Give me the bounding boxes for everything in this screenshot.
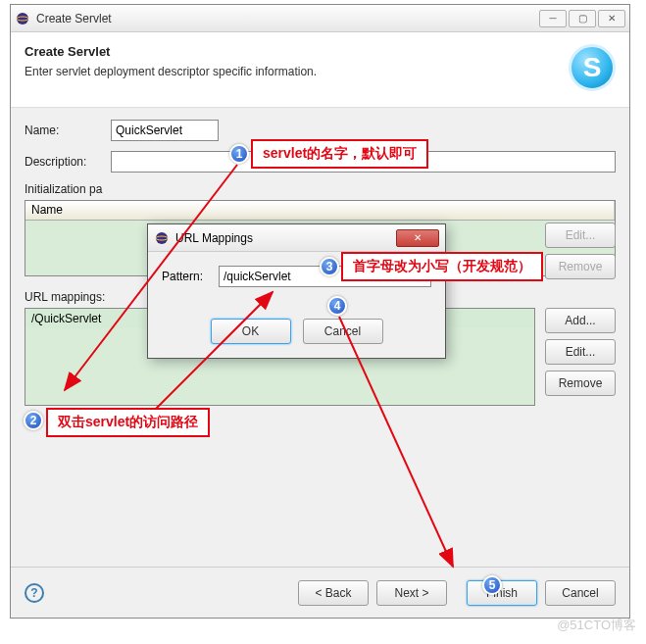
url-mappings-dialog: URL Mappings ✕ Pattern: OK Cancel [147,223,446,359]
wizard-header: Create Servlet Enter servlet deployment … [11,32,629,108]
eclipse-icon [154,230,170,246]
help-icon[interactable]: ? [25,583,44,603]
dialog-titlebar[interactable]: URL Mappings ✕ [148,224,445,252]
description-label: Description: [25,155,111,169]
wizard-footer: ? < Back Next > Finish Cancel [11,567,629,618]
dialog-cancel-button[interactable]: Cancel [303,319,383,344]
init-params-col-name: Name [25,201,615,220]
url-remove-button[interactable]: Remove [545,371,616,396]
annotation-2-text: 双击servlet的访问路径 [46,408,210,437]
dialog-ok-button[interactable]: OK [211,319,291,344]
cancel-button[interactable]: Cancel [545,580,616,606]
dialog-close-button[interactable]: ✕ [396,229,439,247]
minimize-button[interactable]: ─ [539,10,567,27]
dialog-title-text: URL Mappings [175,231,253,245]
maximize-button[interactable]: ▢ [569,10,596,27]
svg-point-2 [156,232,168,244]
eclipse-icon [15,11,30,26]
next-button[interactable]: Next > [376,580,447,606]
badge-5: 5 [482,575,502,595]
finish-button[interactable]: Finish [467,580,537,606]
annotation-3-text: 首字母改为小写（开发规范） [341,252,543,281]
svg-point-0 [17,13,28,25]
badge-3: 3 [320,257,339,276]
badge-1: 1 [229,144,249,164]
name-input[interactable] [111,120,219,141]
window-title: Create Servlet [36,12,539,25]
url-edit-button[interactable]: Edit... [545,339,616,365]
url-add-button[interactable]: Add... [545,308,616,333]
annotation-1-text: servlet的名字，默认即可 [251,139,428,169]
servlet-icon: S [569,44,616,91]
name-label: Name: [25,124,111,137]
init-remove-button[interactable]: Remove [545,254,616,279]
titlebar[interactable]: Create Servlet ─ ▢ ✕ [11,5,629,32]
wizard-title: Create Servlet [25,44,569,59]
init-params-label: Initialization pa [25,182,616,196]
badge-4: 4 [327,296,347,316]
back-button[interactable]: < Back [298,580,369,606]
watermark: @51CTO博客 [557,617,636,634]
pattern-label: Pattern: [162,270,219,283]
init-edit-button[interactable]: Edit... [545,223,616,248]
wizard-subtitle: Enter servlet deployment descriptor spec… [25,65,569,78]
window-controls: ─ ▢ ✕ [539,10,625,27]
badge-2: 2 [24,411,43,430]
close-button[interactable]: ✕ [598,10,625,27]
